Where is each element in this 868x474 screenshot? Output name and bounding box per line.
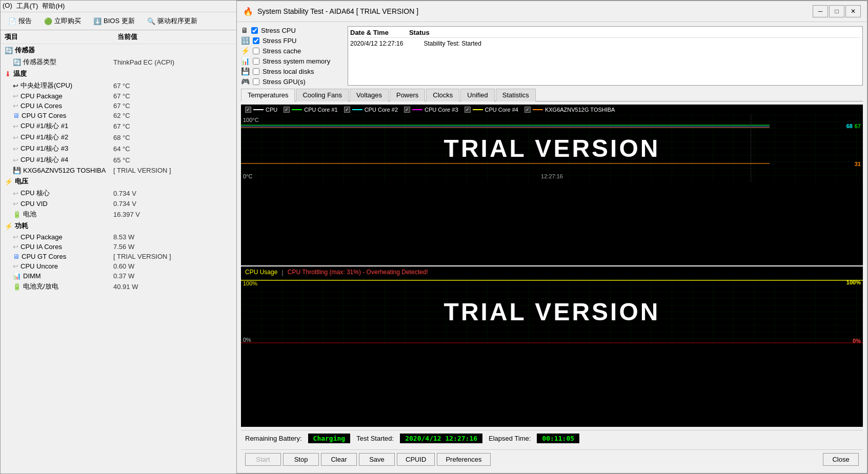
tab-cooling-fans[interactable]: Cooling Fans bbox=[296, 89, 349, 101]
stress-cpu-checkbox[interactable] bbox=[251, 27, 258, 34]
battery-charge-icon: 🔋 bbox=[13, 283, 21, 291]
report-icon: 📄 bbox=[8, 17, 16, 25]
buy-button[interactable]: 🟢 立即购买 bbox=[39, 14, 86, 28]
tab-clocks[interactable]: Clocks bbox=[426, 89, 459, 101]
legend-core3-label: CPU Core #3 bbox=[425, 107, 458, 113]
cpuid-button[interactable]: CPUID bbox=[397, 453, 435, 466]
close-window-button[interactable]: ✕ bbox=[845, 5, 861, 17]
stop-button[interactable]: Stop bbox=[283, 453, 319, 466]
tab-temperatures[interactable]: Temperatures bbox=[241, 89, 295, 101]
temperature-chart-area: TRIAL VERSION 100°C 0°C 12:27:16 67 68 3… bbox=[241, 115, 863, 181]
section-temperature[interactable]: 🌡 温度 bbox=[1, 68, 236, 80]
cpu-icon: ↩ bbox=[13, 82, 18, 90]
menu-item-help[interactable]: 帮助(H) bbox=[42, 2, 65, 11]
list-item: ↩CPU Uncore 0.60 W bbox=[1, 261, 236, 271]
temperature-chart-svg bbox=[241, 115, 863, 181]
stress-cache-label[interactable]: Stress cache bbox=[263, 47, 301, 55]
arrow-icon: ↩ bbox=[13, 262, 18, 270]
arrow-icon: ↩ bbox=[13, 243, 18, 251]
legend-cpu-label: CPU bbox=[266, 107, 277, 113]
time-label: 12:27:16 bbox=[541, 173, 563, 179]
start-button[interactable]: Start bbox=[245, 453, 281, 466]
temp-value-68: 68 bbox=[846, 123, 853, 129]
menu-item-o[interactable]: (O) bbox=[3, 2, 12, 11]
stress-fpu-label[interactable]: Stress FPU bbox=[263, 37, 296, 45]
toolbar: 📄 报告 🟢 立即购买 ⬇️ BIOS 更新 🔍 驱动程序更新 bbox=[1, 12, 236, 30]
stress-disk-label[interactable]: Stress local disks bbox=[263, 68, 314, 75]
minimize-button[interactable]: ─ bbox=[813, 5, 828, 17]
chart-legend: ✓ CPU ✓ CPU Core #1 ✓ CPU Core #2 bbox=[241, 105, 863, 115]
stress-disk-checkbox[interactable] bbox=[253, 68, 259, 75]
list-item: ↩CPU IA Cores 7.56 W bbox=[1, 242, 236, 252]
bios-button[interactable]: ⬇️ BIOS 更新 bbox=[89, 14, 139, 28]
stress-cache-checkbox[interactable] bbox=[253, 48, 259, 54]
section-voltage[interactable]: ⚡ 电压 bbox=[1, 175, 236, 188]
stress-cpu-label[interactable]: Stress CPU bbox=[261, 27, 296, 34]
list-item: 💾KXG6AZNV512G TOSHIBA [ TRIAL VERSION ] bbox=[1, 166, 236, 175]
left-panel: (O) 工具(T) 帮助(H) 📄 报告 🟢 立即购买 ⬇️ BIOS 更新 🔍… bbox=[0, 0, 237, 474]
list-item: ↩CPU #1/核心 #4 65 °C bbox=[1, 154, 236, 166]
test-started-value: 2020/4/12 12:27:16 bbox=[400, 434, 482, 443]
window-titlebar: 🔥 System Stability Test - AIDA64 [ TRIAL… bbox=[237, 1, 867, 22]
list-item: ↩CPU 核心 0.734 V bbox=[1, 188, 236, 199]
stress-cache-item: ⚡ Stress cache bbox=[241, 47, 344, 55]
cpu-usage-chart: CPU Usage | CPU Throttling (max: 31%) - … bbox=[241, 266, 863, 427]
report-button[interactable]: 📄 报告 bbox=[4, 14, 36, 28]
section-sensors[interactable]: 🔄 传感器 bbox=[1, 44, 236, 56]
list-item: 🖥CPU GT Cores [ TRIAL VERSION ] bbox=[1, 252, 236, 261]
y-max-label: 100°C bbox=[243, 117, 259, 123]
stress-fpu-checkbox[interactable] bbox=[253, 37, 259, 44]
stress-gpu-checkbox[interactable] bbox=[253, 78, 259, 85]
list-item: ↩CPU IA Cores 67 °C bbox=[1, 101, 236, 111]
legend-core1-label: CPU Core #1 bbox=[304, 107, 337, 113]
clear-button[interactable]: Clear bbox=[321, 453, 357, 466]
log-datetime: 2020/4/12 12:27:16 bbox=[350, 40, 403, 47]
bios-icon: ⬇️ bbox=[93, 17, 102, 25]
list-item: 🔄 传感器类型 ThinkPad EC (ACPI) bbox=[1, 56, 236, 68]
arrow-icon: ↩ bbox=[13, 200, 18, 208]
arrow-icon: ↩ bbox=[13, 92, 18, 100]
list-item: ↩CPU #1/核心 #2 68 °C bbox=[1, 132, 236, 143]
menu-item-tools[interactable]: 工具(T) bbox=[16, 2, 38, 11]
tab-statistics[interactable]: Statistics bbox=[496, 89, 536, 101]
arrow-icon: ↩ bbox=[13, 145, 18, 153]
cpu-stress-icon: 🖥 bbox=[241, 26, 248, 34]
stress-memory-checkbox[interactable] bbox=[253, 58, 259, 65]
preferences-button[interactable]: Preferences bbox=[437, 453, 490, 466]
save-button[interactable]: Save bbox=[359, 453, 395, 466]
y-min-label: 0°C bbox=[243, 173, 252, 179]
maximize-button[interactable]: □ bbox=[829, 5, 844, 17]
log-status: Stability Test: Started bbox=[423, 40, 481, 47]
chart-bottom-header: CPU Usage | CPU Throttling (max: 31%) - … bbox=[241, 266, 863, 278]
stress-disk-item: 💾 Stress local disks bbox=[241, 67, 344, 75]
arrow-icon: ↩ bbox=[13, 102, 18, 110]
menubar[interactable]: (O) 工具(T) 帮助(H) bbox=[1, 1, 236, 12]
elapsed-label: Elapsed Time: bbox=[489, 435, 531, 442]
throttle-label: CPU Throttling (max: 31%) - Overheating … bbox=[288, 269, 428, 276]
buy-icon: 🟢 bbox=[44, 17, 52, 25]
list-item: 🔋电池充/放电 40.91 W bbox=[1, 281, 236, 292]
list-item: ↩CPU #1/核心 #1 67 °C bbox=[1, 120, 236, 132]
status-bar: Remaining Battery: Charging Test Started… bbox=[241, 430, 863, 446]
cpu-blue-icon: 🖥 bbox=[13, 112, 19, 119]
test-started-label: Test Started: bbox=[356, 435, 394, 442]
arrow-icon: ↩ bbox=[13, 156, 18, 164]
cpu-blue-icon2: 🖥 bbox=[13, 253, 19, 260]
window-body: 🖥 Stress CPU 🔢 Stress FPU ⚡ Stress cache… bbox=[237, 22, 867, 473]
stress-gpu-label[interactable]: Stress GPU(s) bbox=[263, 78, 306, 86]
legend-core4-label: CPU Core #4 bbox=[485, 107, 518, 113]
charts-area: ✓ CPU ✓ CPU Core #1 ✓ CPU Core #2 bbox=[241, 105, 863, 427]
stress-memory-label[interactable]: Stress system memory bbox=[263, 57, 330, 65]
temp-value-31: 31 bbox=[855, 161, 861, 167]
tab-unified[interactable]: Unified bbox=[460, 89, 494, 101]
power-icon: ⚡ bbox=[5, 222, 13, 230]
spacer bbox=[493, 453, 821, 466]
tab-powers[interactable]: Powers bbox=[390, 89, 425, 101]
close-button[interactable]: Close bbox=[823, 453, 859, 466]
section-power[interactable]: ⚡ 功耗 bbox=[1, 220, 236, 232]
list-item: ↩CPU Package 67 °C bbox=[1, 91, 236, 101]
tabs-bar: Temperatures Cooling Fans Voltages Power… bbox=[241, 89, 863, 101]
driver-button[interactable]: 🔍 驱动程序更新 bbox=[143, 14, 202, 28]
tab-voltages[interactable]: Voltages bbox=[350, 89, 389, 101]
flame-icon: 🔥 bbox=[243, 7, 253, 16]
